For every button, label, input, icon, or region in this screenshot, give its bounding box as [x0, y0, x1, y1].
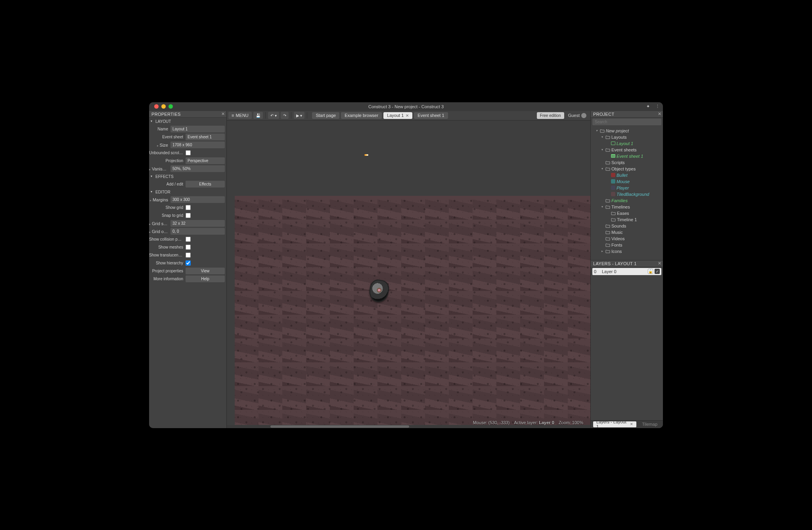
extension-icon[interactable]: ✦ — [646, 104, 650, 109]
prop-gridsize-input[interactable] — [170, 220, 225, 227]
prop-vanish-input[interactable] — [170, 165, 225, 172]
section-effects[interactable]: EFFECTS — [149, 173, 226, 180]
tree-node-scripts[interactable]: Scripts — [591, 159, 663, 166]
bullet-sprite[interactable] — [364, 154, 368, 156]
kebab-menu-icon[interactable]: ⋮ — [655, 104, 660, 109]
tree-node-videos[interactable]: Videos — [591, 235, 663, 242]
tree-node-layouts[interactable]: ▾Layouts — [591, 134, 663, 140]
guest-account[interactable]: Guest — [566, 112, 589, 119]
main-toolbar: ≡MENU 💾 ↶ ▾ ↷ ▶ ▾ Start pageExample brow… — [227, 111, 590, 121]
tree-label: Fonts — [611, 243, 622, 247]
tree-node-eases[interactable]: Eases — [591, 210, 663, 216]
twisty-icon[interactable]: ▸ — [600, 249, 604, 253]
tab-start-page[interactable]: Start page — [312, 112, 339, 119]
tree-node-player[interactable]: Player — [591, 185, 663, 191]
layer-index: 0 — [594, 269, 599, 274]
tree-node-music[interactable]: Music — [591, 229, 663, 235]
tree-node-mouse[interactable]: Mouse — [591, 178, 663, 185]
prop-gridoff-input[interactable] — [170, 228, 225, 235]
bottom-tab-layers---layout-1[interactable]: Layers - Layout 1✕ — [593, 421, 636, 427]
prop-showtrans-checkbox[interactable] — [186, 253, 191, 258]
prop-projection-select[interactable]: Perspective — [186, 157, 225, 164]
tree-label: Music — [611, 230, 623, 235]
prop-unbounded-checkbox[interactable] — [186, 150, 191, 155]
prop-margins-input[interactable] — [170, 196, 225, 203]
prop-addedit-label: Add / edit — [149, 182, 186, 186]
tab-event-sheet-1[interactable]: Event sheet 1 — [414, 112, 448, 119]
section-editor[interactable]: EDITOR — [149, 188, 226, 196]
tab-example-browser[interactable]: Example browser — [341, 112, 382, 119]
bottom-tab-tilemap[interactable]: Tilemap — [639, 421, 661, 427]
prop-snap-label: Snap to grid — [149, 213, 186, 218]
layer-row[interactable]: 0Layer 0🔓✓ — [592, 268, 661, 275]
tree-node-event-sheets[interactable]: ▾Event sheets — [591, 147, 663, 153]
tree-node-icons[interactable]: ▸Icons — [591, 248, 663, 254]
tab-bar: Start pageExample browserLayout 1✕Event … — [312, 112, 448, 119]
tree-node-families[interactable]: Families — [591, 197, 663, 204]
redo-icon[interactable]: ↷ — [281, 112, 289, 119]
tree-node-fonts[interactable]: Fonts — [591, 242, 663, 248]
tree-label: Bullet — [617, 173, 628, 178]
layer-visible-icon[interactable]: ✓ — [655, 269, 660, 274]
play-icon[interactable]: ▶ ▾ — [294, 112, 305, 119]
prop-showcol-label: Show collision pol... — [149, 237, 186, 241]
close-window-icon[interactable] — [154, 104, 159, 109]
menu-button[interactable]: ≡MENU — [228, 112, 252, 119]
save-icon[interactable]: 💾 — [253, 112, 263, 119]
tiled-background-sprite[interactable] — [235, 196, 590, 428]
folder-icon — [605, 199, 610, 203]
properties-panel: PROPERTIES ✕ LAYOUT Name Event sheetEven… — [149, 111, 227, 428]
free-edition-badge[interactable]: Free edition — [537, 112, 564, 119]
close-tab-icon[interactable]: ✕ — [630, 422, 633, 426]
layout-canvas[interactable]: Mouse: (530, -333) Active layer: Layer 0… — [227, 121, 590, 428]
layer-lock-icon[interactable]: 🔓 — [648, 269, 653, 274]
twisty-icon[interactable]: ▾ — [600, 135, 604, 139]
prop-size-input[interactable] — [170, 142, 225, 148]
prop-showtrans-label: Show translucent i... — [149, 253, 186, 257]
minimize-window-icon[interactable] — [161, 104, 166, 109]
tree-node-timeline-1[interactable]: Timeline 1 — [591, 216, 663, 223]
tab-layout-1[interactable]: Layout 1✕ — [383, 112, 412, 119]
tree-node-new-project[interactable]: ▾New project — [591, 128, 663, 134]
close-project-icon[interactable]: ✕ — [658, 111, 661, 117]
prop-eventsheet-select[interactable]: Event sheet 1 — [186, 134, 225, 140]
tree-label: New project — [606, 128, 629, 133]
folder-icon — [605, 249, 610, 253]
prop-gridsize-label: ▸Grid size — [149, 221, 170, 226]
tree-node-timelines[interactable]: ▾Timelines — [591, 204, 663, 210]
close-panel-icon[interactable]: ✕ — [221, 111, 225, 117]
tree-label: Mouse — [617, 179, 630, 184]
prop-showmesh-checkbox[interactable] — [186, 245, 191, 250]
twisty-icon[interactable]: ▾ — [600, 148, 604, 151]
tree-node-layout-1[interactable]: Layout 1 — [591, 140, 663, 147]
prop-showcol-checkbox[interactable] — [186, 237, 191, 242]
twisty-icon[interactable]: ▾ — [600, 167, 604, 170]
twisty-icon[interactable]: ▾ — [595, 129, 599, 132]
maximize-window-icon[interactable] — [169, 104, 173, 109]
prop-view-button[interactable]: View — [186, 268, 225, 274]
close-tab-icon[interactable]: ✕ — [406, 113, 409, 118]
prop-showhier-checkbox[interactable] — [186, 260, 191, 266]
prop-help-button[interactable]: Help — [186, 276, 225, 282]
prop-name-input[interactable] — [170, 126, 225, 132]
folder-icon — [605, 237, 610, 241]
horizontal-scrollbar[interactable] — [227, 425, 590, 428]
tree-label: Scripts — [611, 160, 625, 165]
tree-node-sounds[interactable]: Sounds — [591, 223, 663, 229]
tree-node-bullet[interactable]: Bullet — [591, 172, 663, 178]
tree-node-tiledbackground[interactable]: TiledBackground — [591, 191, 663, 197]
twisty-icon[interactable]: ▾ — [600, 205, 604, 209]
tree-node-object-types[interactable]: ▾Object types — [591, 166, 663, 172]
section-layout[interactable]: LAYOUT — [149, 118, 226, 125]
object-icon — [611, 179, 615, 184]
prop-snap-checkbox[interactable] — [186, 213, 191, 218]
project-search-input[interactable] — [592, 119, 661, 125]
folder-icon — [611, 211, 616, 215]
tree-node-event-sheet-1[interactable]: Event sheet 1 — [591, 153, 663, 159]
object-icon — [611, 192, 615, 196]
close-layers-icon[interactable]: ✕ — [658, 261, 661, 266]
titlebar[interactable]: Construct 3 - New project - Construct 3 … — [149, 102, 663, 111]
prop-showgrid-checkbox[interactable] — [186, 205, 191, 210]
prop-effects-button[interactable]: Effects — [186, 181, 225, 188]
undo-icon[interactable]: ↶ ▾ — [268, 112, 279, 119]
